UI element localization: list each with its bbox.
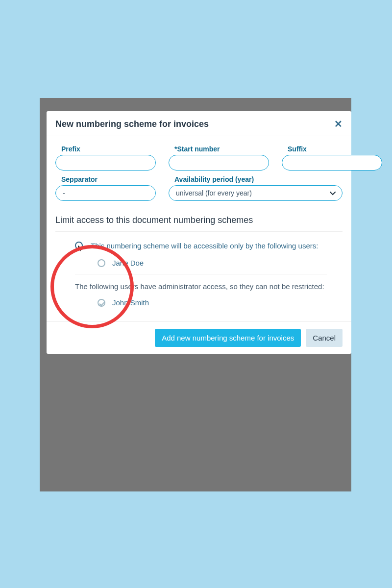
divider — [75, 274, 327, 274]
field-suffix: Suffix — [282, 145, 382, 171]
add-scheme-button[interactable]: Add new numbering scheme for invoices — [155, 329, 301, 347]
fields-row-2: Sepparator Availability period (year) — [55, 175, 343, 201]
modal-title: New numbering scheme for invoices — [55, 119, 209, 129]
limit-access-text: This numbering scheme will be accessible… — [91, 241, 318, 251]
numbering-scheme-modal: New numbering scheme for invoices ✕ Pref… — [47, 111, 351, 354]
suffix-label: Suffix — [282, 145, 382, 155]
access-title: Limit access to this document numbering … — [55, 215, 343, 232]
modal-header: New numbering scheme for invoices ✕ — [47, 111, 351, 136]
prefix-label: Prefix — [55, 145, 156, 155]
field-start-number: *Start number — [169, 145, 269, 171]
modal-footer: Add new numbering scheme for invoices Ca… — [47, 321, 351, 354]
cursor-icon — [76, 245, 83, 252]
access-section: Limit access to this document numbering … — [47, 208, 351, 321]
field-prefix: Prefix — [55, 145, 156, 171]
availability-label: Availability period (year) — [169, 175, 343, 185]
close-icon[interactable]: ✕ — [334, 118, 343, 130]
availability-select[interactable] — [169, 185, 343, 201]
start-number-input[interactable] — [169, 155, 269, 171]
fields-section: Prefix *Start number Suffix Sepparator — [47, 136, 351, 208]
field-separator: Sepparator — [55, 175, 156, 201]
limit-access-option[interactable]: This numbering scheme will be accessible… — [75, 241, 327, 252]
user-name: Jane Doe — [112, 259, 144, 267]
user-option[interactable]: Jane Doe — [98, 259, 327, 267]
fields-row-1: Prefix *Start number Suffix — [55, 145, 343, 171]
radio-icon — [98, 259, 105, 267]
cancel-button[interactable]: Cancel — [306, 329, 343, 347]
admin-name: John Smith — [112, 298, 149, 307]
admin-note: The following users have administrator a… — [75, 281, 327, 292]
separator-label: Sepparator — [55, 175, 156, 185]
start-number-label: *Start number — [169, 145, 269, 155]
field-availability: Availability period (year) — [169, 175, 343, 201]
separator-input[interactable] — [55, 185, 156, 201]
prefix-input[interactable] — [55, 155, 156, 171]
access-body: This numbering scheme will be accessible… — [55, 232, 343, 321]
admin-user: John Smith — [98, 298, 327, 307]
backdrop-frame: New numbering scheme for invoices ✕ Pref… — [40, 98, 351, 491]
check-circle-icon — [98, 299, 105, 307]
suffix-input[interactable] — [282, 155, 382, 171]
